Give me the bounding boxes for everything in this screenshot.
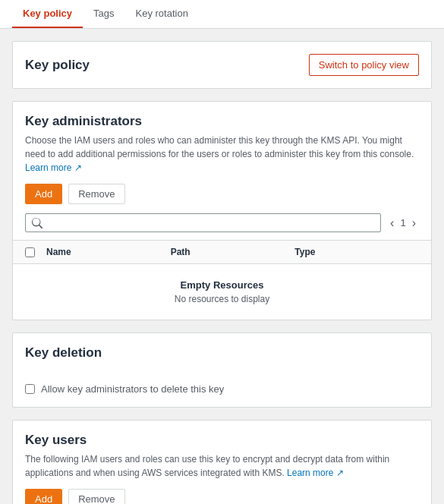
page-container: Key policy Tags Key rotation Key policy …	[0, 0, 444, 504]
main-content: Key policy Switch to policy view Key adm…	[0, 29, 444, 504]
key-deletion-content: Allow key administrators to delete this …	[13, 374, 431, 407]
key-users-section: Key users The following IAM users and ro…	[12, 420, 432, 504]
key-users-title: Key users	[25, 433, 419, 448]
key-administrators-remove-button[interactable]: Remove	[68, 184, 124, 204]
key-administrators-prev-page-button[interactable]: ‹	[387, 217, 397, 229]
key-administrators-actions: Add Remove	[13, 184, 431, 213]
key-administrators-pagination: ‹ 1 ›	[387, 217, 419, 229]
key-deletion-section: Key deletion Allow key administrators to…	[12, 332, 432, 408]
allow-deletion-label: Allow key administrators to delete this …	[41, 383, 224, 395]
key-users-learn-more-link[interactable]: Learn more ↗	[287, 468, 344, 478]
switch-to-policy-view-button[interactable]: Switch to policy view	[309, 54, 419, 76]
key-administrators-empty-state: Empty Resources No resources to display	[13, 264, 431, 320]
col-type-1: Type	[294, 247, 419, 257]
key-administrators-search-row: ‹ 1 ›	[13, 213, 431, 240]
key-policy-title: Key policy	[25, 58, 90, 73]
key-administrators-page-num: 1	[400, 217, 405, 228]
tab-key-rotation[interactable]: Key rotation	[125, 0, 199, 28]
key-administrators-search-wrapper	[25, 213, 381, 232]
key-users-actions: Add Remove	[13, 489, 431, 504]
search-icon-1	[32, 218, 43, 228]
key-administrators-empty-title: Empty Resources	[25, 279, 419, 291]
key-administrators-desc-text: Choose the IAM users and roles who can a…	[25, 135, 414, 159]
key-administrators-next-page-button[interactable]: ›	[409, 217, 419, 229]
key-policy-header-card: Key policy Switch to policy view	[12, 41, 432, 89]
select-all-cell-1	[25, 247, 46, 257]
select-all-checkbox-1[interactable]	[25, 247, 35, 257]
key-deletion-header: Key deletion	[13, 333, 431, 374]
col-name-1: Name	[46, 247, 171, 257]
external-link-icon-1: ↗	[74, 162, 82, 173]
learn-more-text-2: Learn more	[287, 468, 333, 478]
key-users-header: Key users The following IAM users and ro…	[13, 421, 431, 489]
key-administrators-table: Name Path Type Empty Resources No resour…	[13, 240, 431, 320]
key-deletion-title: Key deletion	[25, 345, 419, 361]
key-users-remove-button[interactable]: Remove	[68, 489, 124, 504]
tab-key-policy[interactable]: Key policy	[12, 0, 83, 28]
key-users-add-button[interactable]: Add	[25, 489, 62, 504]
key-users-description: The following IAM users and roles can us…	[25, 452, 419, 480]
external-link-icon-2: ↗	[336, 468, 344, 478]
key-administrators-table-header: Name Path Type	[13, 241, 431, 264]
tabs-bar: Key policy Tags Key rotation	[0, 0, 444, 29]
key-administrators-title: Key administrators	[25, 114, 419, 129]
key-administrators-learn-more-link[interactable]: Learn more ↗	[25, 162, 82, 173]
col-path-1: Path	[171, 247, 295, 257]
key-administrators-add-button[interactable]: Add	[25, 184, 62, 204]
key-administrators-search-input[interactable]	[46, 217, 374, 228]
key-administrators-empty-subtitle: No resources to display	[25, 294, 419, 304]
key-administrators-description: Choose the IAM users and roles who can a…	[25, 134, 419, 175]
key-administrators-header: Key administrators Choose the IAM users …	[13, 102, 431, 184]
key-administrators-section: Key administrators Choose the IAM users …	[12, 101, 432, 320]
allow-deletion-checkbox[interactable]	[25, 384, 35, 394]
tab-tags[interactable]: Tags	[83, 0, 124, 28]
learn-more-text-1: Learn more	[25, 162, 71, 173]
